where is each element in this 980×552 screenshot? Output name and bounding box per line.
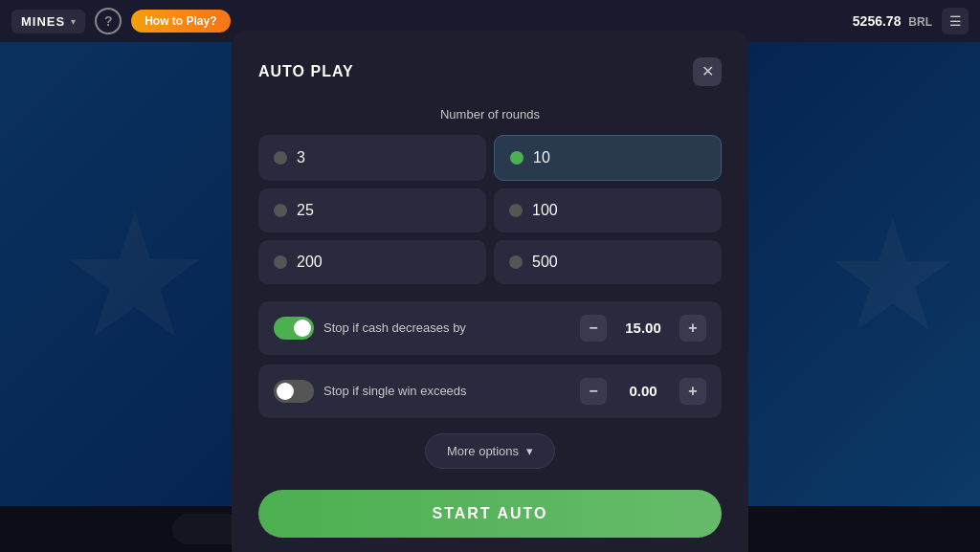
balance-value: 5256.78 [853, 13, 902, 29]
chevron-down-icon: ▾ [71, 16, 76, 27]
round-value-500: 500 [532, 254, 558, 271]
game-selector[interactable]: MINES ▾ [11, 10, 85, 33]
topbar-left: MINES ▾ ? How to Play? [11, 8, 231, 34]
radio-dot-10 [510, 151, 523, 165]
game-label: MINES [21, 14, 65, 29]
round-option-3[interactable]: 3 [258, 135, 486, 181]
round-value-100: 100 [532, 202, 558, 219]
help-button[interactable]: ? [95, 8, 122, 34]
radio-dot-25 [274, 204, 287, 217]
modal-overlay: AUTO PLAY ✕ Number of rounds 3 10 25 [0, 42, 980, 552]
modal-title: AUTO PLAY [258, 63, 354, 80]
menu-button[interactable]: ☰ [942, 8, 969, 34]
round-value-25: 25 [297, 202, 314, 219]
menu-icon: ☰ [949, 13, 962, 29]
balance-currency: BRL [908, 15, 932, 29]
start-auto-button[interactable]: START AUTO [258, 490, 722, 538]
help-icon: ? [104, 13, 113, 29]
toggle-cash-left: Stop if cash decreases by [274, 317, 466, 340]
round-option-25[interactable]: 25 [258, 188, 486, 232]
stop-win-row: Stop if single win exceeds − 0.00 + [258, 364, 722, 418]
toggle-cash-right: − 15.00 + [580, 315, 706, 342]
more-options-label: More options [447, 444, 519, 458]
autoplay-modal: AUTO PLAY ✕ Number of rounds 3 10 25 [232, 31, 748, 553]
toggle-knob-win [277, 383, 294, 400]
round-value-10: 10 [533, 149, 550, 166]
topbar-right: 5256.78 BRL ☰ [853, 8, 969, 34]
win-value: 0.00 [614, 383, 672, 399]
round-value-3: 3 [297, 149, 305, 166]
stop-win-toggle[interactable] [274, 380, 314, 403]
stop-win-label: Stop if single win exceeds [323, 384, 467, 398]
round-option-500[interactable]: 500 [494, 240, 722, 284]
more-options-row: More options ▾ [258, 433, 722, 469]
toggle-win-left: Stop if single win exceeds [274, 380, 467, 403]
round-value-200: 200 [297, 254, 323, 271]
balance-amount: 5256.78 BRL [853, 13, 932, 29]
stop-cash-label: Stop if cash decreases by [323, 320, 466, 335]
round-option-10[interactable]: 10 [494, 135, 722, 181]
more-options-chevron-icon: ▾ [526, 444, 533, 458]
cash-increment-button[interactable]: + [679, 315, 706, 342]
round-option-100[interactable]: 100 [494, 188, 722, 232]
radio-dot-500 [509, 255, 523, 269]
toggle-knob-cash [294, 320, 311, 337]
how-to-play-button[interactable]: How to Play? [131, 10, 230, 33]
stop-cash-toggle[interactable] [274, 317, 314, 340]
stop-cash-row: Stop if cash decreases by − 15.00 + [258, 301, 722, 355]
round-option-200[interactable]: 200 [258, 240, 486, 284]
cash-decrement-button[interactable]: − [580, 315, 607, 342]
cash-value: 15.00 [614, 320, 672, 336]
radio-dot-100 [509, 204, 523, 217]
modal-header: AUTO PLAY ✕ [258, 57, 722, 86]
close-button[interactable]: ✕ [693, 57, 722, 86]
radio-dot-3 [274, 151, 287, 165]
radio-dot-200 [274, 255, 287, 269]
more-options-button[interactable]: More options ▾ [425, 433, 555, 469]
win-increment-button[interactable]: + [679, 378, 706, 405]
rounds-label: Number of rounds [258, 107, 722, 121]
rounds-grid: 3 10 25 100 200 500 [258, 135, 722, 284]
toggle-win-right: − 0.00 + [580, 378, 706, 405]
win-decrement-button[interactable]: − [580, 378, 607, 405]
